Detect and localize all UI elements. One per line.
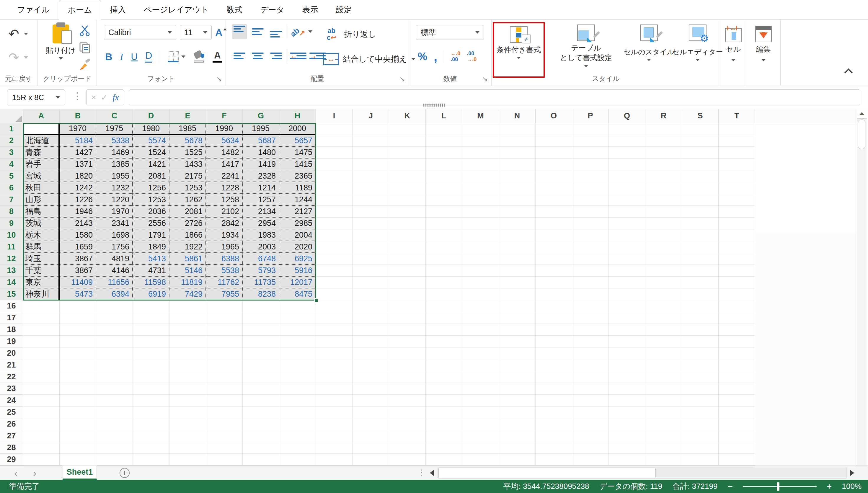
cell-E29[interactable]	[170, 454, 206, 466]
cell-J10[interactable]	[352, 229, 389, 241]
cell-B16[interactable]	[60, 300, 96, 312]
cell-L28[interactable]	[426, 442, 462, 454]
undo-button[interactable]: ↶	[8, 27, 38, 40]
cell-E9[interactable]: 2726	[170, 218, 206, 229]
cell-K11[interactable]	[389, 241, 426, 253]
row-header-28[interactable]: 28	[0, 442, 23, 454]
cell-B26[interactable]	[60, 418, 96, 430]
cell-T17[interactable]	[719, 312, 755, 324]
cell-S19[interactable]	[682, 336, 719, 347]
alignment-dialog-launcher[interactable]: ↘	[399, 76, 405, 83]
cell-H3[interactable]: 1475	[279, 147, 316, 158]
cell-K14[interactable]	[389, 277, 426, 288]
select-all-corner[interactable]	[0, 109, 23, 123]
cell-N17[interactable]	[499, 312, 536, 324]
cell-F23[interactable]	[206, 383, 243, 395]
align-right-button[interactable]	[268, 48, 284, 63]
insert-function-icon[interactable]: fx	[112, 92, 119, 103]
cell-J27[interactable]	[352, 430, 389, 442]
cell-C15[interactable]: 6394	[96, 288, 133, 300]
cell-G22[interactable]	[243, 371, 279, 383]
column-header-F[interactable]: F	[206, 109, 243, 123]
horizontal-scrollbar[interactable]	[437, 467, 847, 479]
cell-I3[interactable]	[316, 147, 352, 158]
cell-M3[interactable]	[462, 147, 499, 158]
cell-T18[interactable]	[719, 324, 755, 336]
cell-B20[interactable]	[60, 347, 96, 359]
cell-C10[interactable]: 1698	[96, 229, 133, 241]
cell-R22[interactable]	[645, 371, 682, 383]
cell-A17[interactable]	[23, 312, 60, 324]
cell-G5[interactable]: 2328	[243, 170, 279, 182]
cell-R7[interactable]	[645, 194, 682, 206]
cell-Q1[interactable]	[609, 123, 645, 135]
cell-Q12[interactable]	[609, 253, 645, 265]
wrap-text-button[interactable]: ab c↩ 折り返し	[323, 27, 376, 41]
cell-S27[interactable]	[682, 430, 719, 442]
orientation-button[interactable]: ab↗	[290, 24, 305, 39]
cell-Q9[interactable]	[609, 218, 645, 229]
cell-G13[interactable]: 5793	[243, 265, 279, 277]
cell-Q26[interactable]	[609, 418, 645, 430]
cell-N29[interactable]	[499, 454, 536, 466]
cell-R26[interactable]	[645, 418, 682, 430]
cell-D29[interactable]	[133, 454, 170, 466]
cell-E7[interactable]: 1262	[170, 194, 206, 206]
cell-J16[interactable]	[352, 300, 389, 312]
cell-H23[interactable]	[279, 383, 316, 395]
cell-H13[interactable]: 5916	[279, 265, 316, 277]
column-header-S[interactable]: S	[682, 109, 719, 123]
cell-D26[interactable]	[133, 418, 170, 430]
cell-C22[interactable]	[96, 371, 133, 383]
cell-Q10[interactable]	[609, 229, 645, 241]
cell-L11[interactable]	[426, 241, 462, 253]
column-header-E[interactable]: E	[170, 109, 206, 123]
cell-F13[interactable]: 5538	[206, 265, 243, 277]
cell-F11[interactable]: 1965	[206, 241, 243, 253]
cell-D11[interactable]: 1849	[133, 241, 170, 253]
zoom-out-button[interactable]: −	[728, 481, 733, 492]
column-header-A[interactable]: A	[23, 109, 60, 123]
cell-A1[interactable]	[23, 123, 60, 135]
cell-P19[interactable]	[572, 336, 609, 347]
cell-T13[interactable]	[719, 265, 755, 277]
cell-L25[interactable]	[426, 407, 462, 418]
cell-A15[interactable]: 神奈川	[23, 288, 60, 300]
cell-Q11[interactable]	[609, 241, 645, 253]
cell-A10[interactable]: 栃木	[23, 229, 60, 241]
cell-L1[interactable]	[426, 123, 462, 135]
cell-N5[interactable]	[499, 170, 536, 182]
cell-N4[interactable]	[499, 158, 536, 170]
cell-T27[interactable]	[719, 430, 755, 442]
cell-H2[interactable]: 5657	[279, 135, 316, 147]
cell-Q19[interactable]	[609, 336, 645, 347]
cell-G26[interactable]	[243, 418, 279, 430]
cell-N6[interactable]	[499, 182, 536, 194]
cell-L23[interactable]	[426, 383, 462, 395]
cell-A23[interactable]	[23, 383, 60, 395]
cell-S8[interactable]	[682, 206, 719, 218]
menu-tab-1[interactable]: ホーム	[59, 0, 101, 20]
scroll-left-icon[interactable]	[430, 470, 434, 476]
increase-decimal-button[interactable]: .00 →.0	[467, 51, 477, 63]
cell-B19[interactable]	[60, 336, 96, 347]
column-header-O[interactable]: O	[536, 109, 572, 123]
cell-P2[interactable]	[572, 135, 609, 147]
row-header-6[interactable]: 6	[0, 182, 23, 194]
cell-G15[interactable]: 8238	[243, 288, 279, 300]
column-header-D[interactable]: D	[133, 109, 170, 123]
cell-A14[interactable]: 東京	[23, 277, 60, 288]
cell-G28[interactable]	[243, 442, 279, 454]
cell-R10[interactable]	[645, 229, 682, 241]
cell-M26[interactable]	[462, 418, 499, 430]
cell-P26[interactable]	[572, 418, 609, 430]
decrease-indent-button[interactable]: ←	[290, 49, 306, 62]
cell-T11[interactable]	[719, 241, 755, 253]
cell-E23[interactable]	[170, 383, 206, 395]
zoom-slider[interactable]	[743, 483, 817, 491]
cell-J8[interactable]	[352, 206, 389, 218]
cell-H28[interactable]	[279, 442, 316, 454]
cell-I10[interactable]	[316, 229, 352, 241]
cell-K6[interactable]	[389, 182, 426, 194]
row-header-3[interactable]: 3	[0, 147, 23, 158]
